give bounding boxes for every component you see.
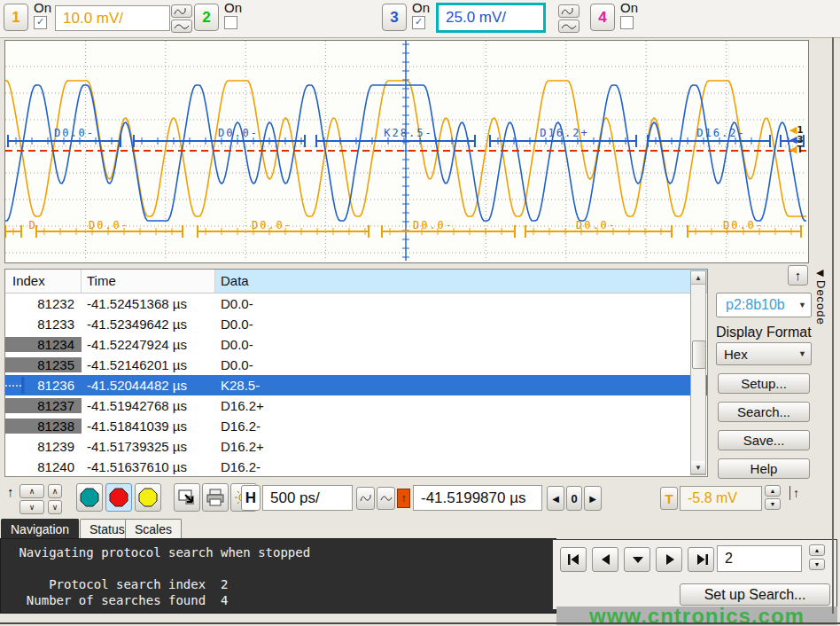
table-body: 81232-41.52451368 µsD0.0-81233-41.523496… (5, 293, 707, 477)
channel-toolbar: 1 On ✓ 10.0 mV/ 2 On 3 On ✓ 25.0 mV/ 4 O… (0, 0, 840, 38)
channel-2-button[interactable]: 2 (194, 4, 219, 31)
table-row[interactable]: 81238-41.51841039 µsD16.2- (5, 416, 707, 436)
channel-1-scale-input[interactable]: 10.0 mV/ (55, 5, 170, 31)
cell-idx: 81240 (5, 459, 82, 474)
search-index-field[interactable]: 2 (717, 545, 802, 572)
save-button[interactable]: Save... (718, 430, 810, 450)
channel-1-checkbox[interactable]: ✓ (34, 16, 47, 29)
help-button[interactable]: Help (718, 458, 810, 479)
pan-down-button[interactable]: ∨ (19, 500, 44, 514)
single-button[interactable] (135, 483, 161, 512)
channel-marker-label: 3 (797, 135, 803, 145)
zero-position-button[interactable]: 0 (566, 486, 582, 511)
timebase-sine-icon[interactable] (377, 487, 395, 510)
decode-label: D0.0- (413, 219, 454, 231)
waveform-display[interactable]: D0.0-D0.0-K28.5-D16.2+D16.2-DD0.0-D0.0-D… (4, 40, 809, 263)
channel-4-checkbox[interactable] (620, 16, 634, 29)
channel-3-waveform-icon[interactable] (558, 20, 579, 33)
table-row[interactable]: 81240-41.51637610 µsD16.2- (5, 457, 707, 477)
export-icon[interactable] (174, 483, 200, 512)
channel-2-checkbox[interactable] (224, 16, 237, 29)
trigger-level-field[interactable]: -5.8 mV (680, 486, 762, 511)
decode-tab-arrow-icon[interactable]: ◀ (816, 267, 823, 278)
window-right-border (832, 37, 834, 614)
trigger-down-icon[interactable]: ▼ (765, 498, 781, 510)
search-button[interactable]: Search... (718, 402, 810, 422)
tab-navigation[interactable]: Navigation (1, 519, 79, 539)
cell-idx: 81233 (5, 317, 82, 332)
print-icon[interactable] (202, 483, 229, 512)
decode-label: D0.0- (218, 127, 259, 139)
step-left-icon[interactable]: ◀ (547, 486, 564, 511)
channel-1-waveform-up-icon[interactable] (171, 4, 192, 18)
window-bottom-border (0, 622, 840, 624)
table-row[interactable]: 81236-41.52044482 µsK28.5- (5, 375, 707, 395)
trigger-position-icon[interactable]: ↑ (397, 489, 410, 508)
step-right-icon[interactable]: ▶ (584, 486, 602, 511)
nav-first-icon[interactable] (560, 547, 587, 572)
scroll-down-icon[interactable]: ▼ (691, 461, 705, 474)
channel-3-on-label: On (412, 0, 430, 15)
table-row[interactable]: 81234-41.52247924 µsD0.0- (5, 334, 707, 355)
setup-button[interactable]: Setup... (718, 373, 810, 394)
channel-3-waveform-up-icon[interactable] (558, 4, 579, 18)
timebase-small-icon[interactable] (356, 487, 375, 510)
search-index-up-icon[interactable]: ▲ (809, 544, 825, 556)
nav-stop-icon[interactable] (624, 547, 650, 572)
horizontal-button[interactable]: H (241, 485, 261, 511)
trigger-button[interactable]: T (660, 487, 678, 510)
collapse-up-icon[interactable]: ↑ (788, 265, 808, 286)
decode-label: D16.2- (696, 127, 745, 139)
column-header-data[interactable]: Data (215, 270, 707, 293)
channel-1-waveform-icon[interactable] (171, 20, 192, 33)
table-row[interactable]: 81235-41.52146201 µsD0.0- (5, 355, 707, 375)
cell-time: -41.52044482 µs (82, 378, 215, 393)
cell-data: D16.2- (215, 459, 707, 474)
trigger-up-icon[interactable]: ▲ (765, 485, 781, 497)
setup-search-button[interactable]: Set up Search... (680, 583, 830, 606)
table-row[interactable]: 81233-41.52349642 µsD0.0- (5, 314, 707, 334)
nav-last-icon[interactable] (688, 547, 714, 572)
decode-label: D0.0- (54, 127, 95, 139)
scrollbar-thumb[interactable] (692, 340, 706, 369)
column-header-time[interactable]: Time (82, 270, 215, 293)
cell-data: D16.2+ (215, 439, 707, 454)
cell-time: -41.52349642 µs (82, 317, 215, 332)
column-header-index[interactable]: Index (5, 270, 82, 293)
message-panel: Navigating protocol search when stopped … (0, 538, 556, 614)
table-scrollbar[interactable]: ▲ ▼ (690, 270, 706, 475)
decode-tab-label[interactable]: Decode (814, 280, 828, 325)
scroll-up-icon[interactable]: ▲ (691, 271, 705, 285)
cell-data: D0.0- (215, 317, 707, 332)
stop-button[interactable] (105, 483, 132, 512)
channel-4-button[interactable]: 4 (590, 4, 615, 31)
zoom-in-button[interactable]: ∧ (48, 484, 62, 498)
run-button[interactable] (76, 483, 103, 512)
decode-label: D0.0- (252, 219, 292, 231)
channel-3-scale-input[interactable]: 25.0 mV/ (436, 3, 546, 33)
channel-edge-marker[interactable]: ◀T (789, 145, 803, 154)
table-row[interactable]: 81237-41.51942768 µsD16.2+ (5, 395, 707, 416)
decode-source-dropdown[interactable]: p2:8b10b ▼ (716, 293, 812, 317)
trigger-slope-icon: ↑ (789, 486, 799, 500)
nav-next-icon[interactable] (656, 547, 682, 572)
channel-3-button[interactable]: 3 (382, 4, 407, 31)
display-format-value: Hex (724, 347, 748, 362)
position-field[interactable]: -41.5199870 µs (413, 485, 542, 511)
zoom-out-button[interactable]: ∨ (48, 500, 62, 514)
table-header: Index Time Data (5, 270, 707, 293)
horizontal-controls: ↑ ∧ ∨ ∧ ∨ H 500 ps/ ↑ -41.5199870 µs ◀ 0… (0, 481, 840, 519)
display-format-dropdown[interactable]: Hex ▼ (716, 342, 812, 365)
tab-scales[interactable]: Scales (125, 519, 182, 539)
channel-1-on-label: On (34, 0, 51, 15)
decode-label: D0.0- (576, 219, 617, 231)
table-row[interactable]: 81239-41.51739325 µsD16.2+ (5, 436, 707, 457)
table-row[interactable]: 81232-41.52451368 µsD0.0- (5, 293, 707, 314)
nav-previous-icon[interactable] (592, 547, 618, 572)
decode-listing-table: Index Time Data 81232-41.52451368 µsD0.0… (4, 269, 708, 477)
channel-3-checkbox[interactable]: ✓ (412, 16, 425, 29)
channel-1-button[interactable]: 1 (4, 4, 28, 31)
timebase-field[interactable]: 500 ps/ (262, 485, 353, 511)
search-index-down-icon[interactable]: ▼ (809, 559, 825, 570)
pan-up-button[interactable]: ∧ (19, 484, 44, 498)
